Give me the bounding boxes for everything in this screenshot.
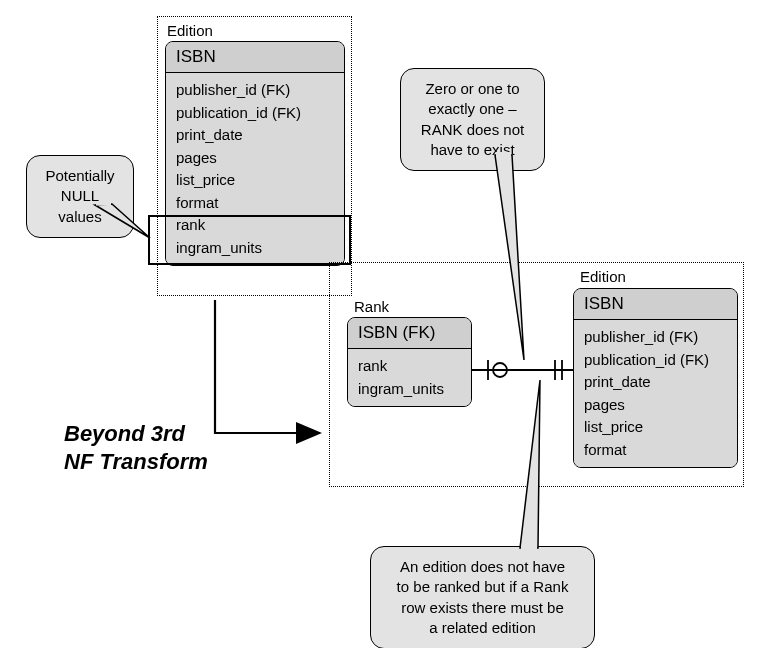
entity-label-top: Edition bbox=[167, 22, 213, 39]
entity-label-edition-bottom: Edition bbox=[580, 268, 626, 285]
field: ingram_units bbox=[358, 378, 461, 401]
field: list_price bbox=[584, 416, 727, 439]
field: pages bbox=[176, 147, 334, 170]
field: format bbox=[176, 192, 334, 215]
field: publication_id (FK) bbox=[584, 349, 727, 372]
entity-body: publisher_id (FK) publication_id (FK) pr… bbox=[574, 320, 737, 467]
field: publication_id (FK) bbox=[176, 102, 334, 125]
entity-header: ISBN bbox=[166, 42, 344, 73]
field: format bbox=[584, 439, 727, 462]
field: print_date bbox=[584, 371, 727, 394]
transform-arrow bbox=[215, 300, 320, 433]
entity-header: ISBN bbox=[574, 289, 737, 320]
highlight-null-fields bbox=[148, 215, 351, 265]
entity-edition-bottom: ISBN publisher_id (FK) publication_id (F… bbox=[573, 288, 738, 468]
callout-zero-one: Zero or one to exactly one – RANK does n… bbox=[400, 68, 545, 171]
callout-bottom-note: An edition does not have to be ranked bu… bbox=[370, 546, 595, 648]
entity-label-rank: Rank bbox=[354, 298, 389, 315]
field: publisher_id (FK) bbox=[176, 79, 334, 102]
entity-header: ISBN (FK) bbox=[348, 318, 471, 349]
callout-null-values: Potentially NULL values bbox=[26, 155, 134, 238]
entity-rank: ISBN (FK) rank ingram_units bbox=[347, 317, 472, 407]
entity-body: rank ingram_units bbox=[348, 349, 471, 406]
field: list_price bbox=[176, 169, 334, 192]
transform-label: Beyond 3rd NF Transform bbox=[64, 420, 208, 475]
field: pages bbox=[584, 394, 727, 417]
field: publisher_id (FK) bbox=[584, 326, 727, 349]
field: print_date bbox=[176, 124, 334, 147]
field: rank bbox=[358, 355, 461, 378]
